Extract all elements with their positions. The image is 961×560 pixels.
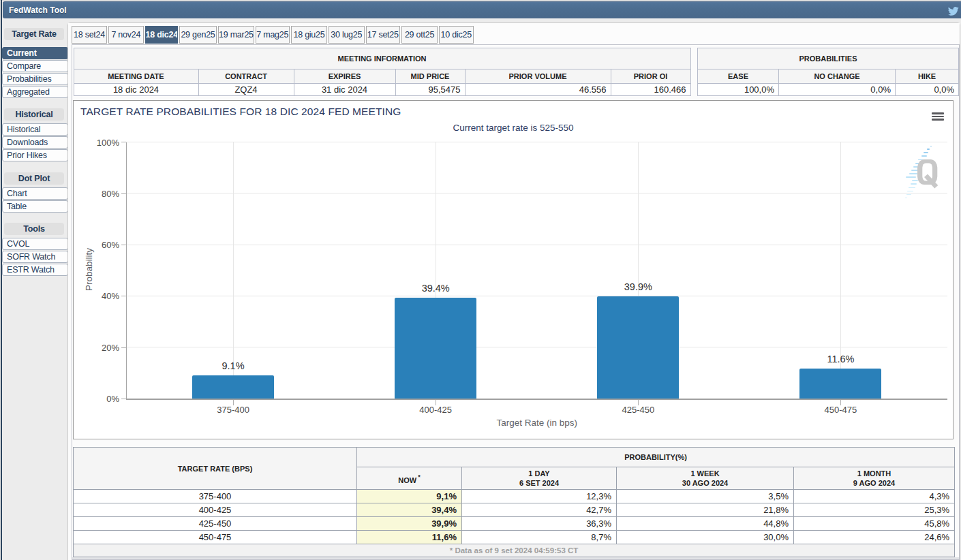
cell-prob: 42,7% — [462, 503, 617, 517]
sidebar-item-table[interactable]: Table — [2, 200, 68, 213]
cell-rate: 375-400 — [74, 490, 357, 503]
bar-375-400[interactable] — [192, 375, 274, 399]
y-tick — [121, 142, 127, 142]
cell-now: 11,6% — [357, 531, 462, 544]
quikstrike-watermark-dash — [927, 149, 930, 150]
sidebar-section-target-rate: Target Rate — [4, 28, 64, 40]
main-panel: 18 set247 nov2418 dic2429 gen2519 mar257… — [67, 22, 960, 560]
sidebar-item-prior-hikes[interactable]: Prior Hikes — [2, 149, 68, 161]
tab-10-dic25[interactable]: 10 dic25 — [439, 26, 474, 44]
twitter-icon[interactable] — [947, 5, 959, 17]
table-row-450-475: 450-47511,6%8,7%30,0%24,6% — [74, 531, 955, 544]
meeting-info-value-meeting-date: 18 dic 2024 — [74, 84, 198, 96]
sidebar-section-tools: Tools — [4, 223, 64, 235]
probability-chart-panel: TARGET RATE PROBABILITIES FOR 18 DIC 202… — [73, 100, 954, 439]
table-row-400-425: 400-42539,4%42,7%21,8%25,3% — [74, 503, 955, 517]
col-group-probability: PROBABILITY(%) — [357, 448, 955, 467]
tab-18-set24[interactable]: 18 set24 — [72, 26, 107, 44]
cell-prob: 30,0% — [617, 531, 794, 544]
sidebar-item-sofr-watch[interactable]: SOFR Watch — [2, 251, 68, 263]
tab-7-nov24[interactable]: 7 nov24 — [108, 26, 144, 44]
y-tick — [121, 245, 127, 245]
bar-value-label: 39.4% — [395, 283, 476, 294]
content-bottom-edge — [72, 557, 959, 559]
meeting-info-value-contract: ZQZ4 — [198, 84, 294, 96]
bar-425-450[interactable] — [597, 296, 679, 399]
app-header: FedWatch Tool — [3, 1, 961, 18]
probability-history-table: TARGET RATE (BPS)PROBABILITY(%)NOW*1 DAY… — [73, 447, 955, 557]
probabilities-header-row: EASENO CHANGEHIKE — [698, 69, 959, 84]
cell-prob: 4,3% — [794, 490, 955, 503]
bar-value-label: 39.9% — [597, 281, 679, 292]
sidebar-item-downloads[interactable]: Downloads — [2, 136, 68, 149]
meeting-info-title-row: MEETING INFORMATION — [74, 48, 690, 69]
cell-now: 39,4% — [357, 503, 462, 517]
meeting-info-title: MEETING INFORMATION — [74, 48, 690, 69]
tab-19-mar25[interactable]: 19 mar25 — [218, 26, 254, 44]
bar-400-425[interactable] — [395, 298, 476, 399]
sidebar-item-cvol[interactable]: CVOL — [2, 238, 68, 250]
gridline-y — [126, 296, 947, 296]
cell-prob: 45,8% — [794, 517, 955, 531]
meeting-info-col-prior-oi: PRIOR OI — [611, 69, 690, 84]
tab-7-mag25[interactable]: 7 mag25 — [256, 26, 290, 44]
probabilities-title-row: PROBABILITIES — [698, 48, 959, 69]
tab-18-giu25[interactable]: 18 giu25 — [291, 26, 327, 44]
probabilities-col-no-change: NO CHANGE — [779, 69, 896, 84]
x-category-label: 375-400 — [192, 405, 274, 415]
sidebar-item-estr-watch[interactable]: ESTR Watch — [2, 264, 68, 276]
col-1-day: 1 DAY6 SET 2024 — [462, 467, 617, 490]
gridline-y — [126, 347, 947, 347]
y-tick-label: 80% — [78, 189, 119, 199]
meeting-information-table: MEETING INFORMATIONMEETING DATECONTRACTE… — [74, 48, 691, 96]
probabilities-table: PROBABILITIESEASENO CHANGEHIKE100,0%0,0%… — [697, 48, 959, 96]
y-tick-label: 20% — [78, 343, 119, 353]
app-title: FedWatch Tool — [9, 2, 67, 19]
tab-17-set25[interactable]: 17 set25 — [366, 26, 401, 44]
tab-18-dic24[interactable]: 18 dic24 — [145, 26, 179, 44]
cell-rate: 450-475 — [74, 531, 357, 544]
sidebar-item-compare[interactable]: Compare — [2, 60, 68, 72]
tab-29-ott25[interactable]: 29 ott25 — [401, 26, 438, 44]
tab-29-gen25[interactable]: 29 gen25 — [179, 26, 217, 44]
probabilities-title: PROBABILITIES — [698, 48, 959, 69]
y-tick — [121, 296, 127, 296]
sidebar-item-historical[interactable]: Historical — [2, 123, 68, 136]
y-tick — [121, 347, 127, 348]
cell-prob: 36,3% — [462, 517, 617, 531]
meeting-info-col-mid-price: MID PRICE — [395, 69, 465, 84]
cell-rate: 425-450 — [74, 517, 357, 531]
meeting-info-header-row: MEETING DATECONTRACTEXPIRESMID PRICEPRIO… — [74, 69, 690, 84]
meeting-tabs: 18 set247 nov2418 dic2429 gen2519 mar257… — [68, 23, 960, 44]
content-panel: MEETING INFORMATIONMEETING DATECONTRACTE… — [72, 44, 960, 560]
cell-prob: 8,7% — [462, 531, 617, 544]
fedwatch-tool-page: { "header": { "title": "FedWatch Tool" }… — [0, 0, 961, 560]
sidebar-item-chart[interactable]: Chart — [2, 187, 68, 200]
sidebar-item-current[interactable]: Current — [2, 47, 68, 59]
tab-30-lug25[interactable]: 30 lug25 — [329, 26, 365, 44]
y-tick — [121, 399, 127, 399]
meeting-info-value-prior-volume: 46.556 — [465, 84, 611, 96]
quikstrike-watermark-dash — [905, 198, 907, 199]
gridline-y — [126, 245, 947, 245]
quikstrike-watermark-dash — [909, 187, 915, 189]
meeting-info-col-prior-volume: PRIOR VOLUME — [465, 69, 611, 84]
bar-value-label: 11.6% — [799, 354, 881, 364]
sidebar-section-historical: Historical — [4, 108, 64, 121]
x-category-label: 400-425 — [395, 405, 476, 415]
probabilities-value-ease: 100,0% — [698, 84, 779, 96]
probabilities-value-row: 100,0%0,0%0,0% — [698, 84, 959, 96]
quikstrike-watermark-dash — [930, 146, 932, 147]
bar-450-475[interactable] — [799, 369, 881, 399]
gridline-y — [126, 193, 947, 193]
cell-now: 9,1% — [357, 490, 462, 503]
quikstrike-watermark-dash — [907, 191, 913, 192]
chart-plot-area: 0%20%40%60%80%100%9.1%375-40039.4%400-42… — [74, 101, 953, 439]
quikstrike-watermark-dash — [909, 173, 917, 174]
sidebar-item-aggregated[interactable]: Aggregated — [2, 86, 68, 98]
col-target-rate-bps: TARGET RATE (BPS) — [74, 448, 357, 490]
sidebar-item-probabilities[interactable]: Probabilities — [2, 73, 68, 85]
probabilities-col-ease: EASE — [698, 69, 779, 84]
x-axis-title: Target Rate (in bps) — [132, 418, 943, 428]
cell-now: 39,9% — [357, 517, 462, 531]
